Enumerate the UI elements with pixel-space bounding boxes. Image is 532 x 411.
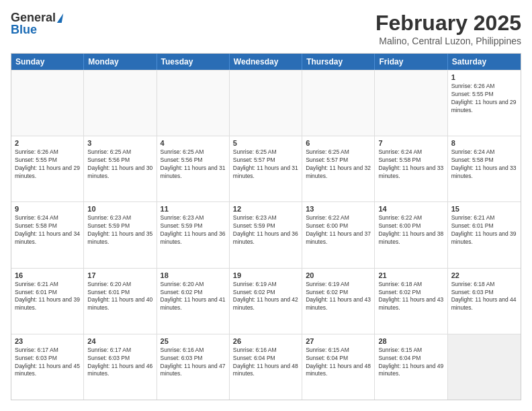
calendar-week-2: 2Sunrise: 6:26 AMSunset: 5:55 PMDaylight… [11, 136, 521, 201]
day-number: 3 [87, 139, 152, 147]
day-header-saturday: Saturday [448, 54, 521, 70]
day-number: 5 [233, 139, 298, 147]
day-info: Sunrise: 6:16 AMSunset: 6:03 PMDaylight:… [161, 347, 226, 379]
day-info: Sunrise: 6:23 AMSunset: 5:59 PMDaylight:… [233, 214, 298, 246]
calendar-cell-w2-d4: 5Sunrise: 6:25 AMSunset: 5:57 PMDaylight… [230, 136, 302, 201]
month-year: February 2025 [375, 11, 521, 36]
day-number: 1 [451, 73, 517, 81]
day-info: Sunrise: 6:19 AMSunset: 6:02 PMDaylight:… [233, 281, 298, 313]
day-number: 4 [161, 139, 226, 147]
day-header-friday: Friday [375, 54, 447, 70]
day-info: Sunrise: 6:17 AMSunset: 6:03 PMDaylight:… [15, 347, 80, 379]
day-info: Sunrise: 6:18 AMSunset: 6:03 PMDaylight:… [451, 281, 517, 313]
day-info: Sunrise: 6:26 AMSunset: 5:55 PMDaylight:… [15, 148, 80, 181]
day-number: 20 [306, 271, 371, 279]
location: Malino, Central Luzon, Philippines [375, 36, 521, 46]
day-header-thursday: Thursday [302, 54, 375, 70]
day-number: 24 [87, 337, 152, 345]
day-info: Sunrise: 6:18 AMSunset: 6:02 PMDaylight:… [378, 281, 443, 313]
calendar-week-1: 1Sunrise: 6:26 AMSunset: 5:55 PMDaylight… [11, 70, 521, 136]
calendar-body: 1Sunrise: 6:26 AMSunset: 5:55 PMDaylight… [11, 70, 521, 400]
day-number: 17 [87, 271, 152, 279]
header: General Blue February 2025 Malino, Centr… [11, 11, 521, 46]
day-number: 13 [306, 205, 371, 213]
day-number: 15 [451, 205, 517, 213]
calendar-week-3: 9Sunrise: 6:24 AMSunset: 5:58 PMDaylight… [11, 201, 521, 267]
day-info: Sunrise: 6:15 AMSunset: 6:04 PMDaylight:… [306, 347, 371, 379]
day-info: Sunrise: 6:15 AMSunset: 6:04 PMDaylight:… [378, 347, 443, 379]
calendar-cell-w4-d7: 22Sunrise: 6:18 AMSunset: 6:03 PMDayligh… [448, 269, 521, 334]
day-number: 7 [378, 139, 443, 147]
day-number: 9 [15, 205, 80, 213]
day-number: 10 [87, 205, 152, 213]
calendar-cell-w5-d7 [448, 334, 521, 400]
calendar-cell-w2-d2: 3Sunrise: 6:25 AMSunset: 5:56 PMDaylight… [84, 136, 157, 201]
day-header-wednesday: Wednesday [230, 54, 302, 70]
day-info: Sunrise: 6:25 AMSunset: 5:56 PMDaylight:… [87, 148, 152, 181]
day-number: 21 [378, 271, 443, 279]
calendar-cell-w3-d3: 11Sunrise: 6:23 AMSunset: 5:59 PMDayligh… [157, 202, 230, 267]
calendar-cell-w1-d2 [84, 71, 157, 136]
day-info: Sunrise: 6:21 AMSunset: 6:01 PMDaylight:… [15, 281, 80, 313]
day-info: Sunrise: 6:25 AMSunset: 5:57 PMDaylight:… [233, 148, 298, 181]
calendar-cell-w2-d5: 6Sunrise: 6:25 AMSunset: 5:57 PMDaylight… [302, 136, 375, 201]
calendar-cell-w2-d6: 7Sunrise: 6:24 AMSunset: 5:58 PMDaylight… [375, 136, 447, 201]
calendar-cell-w5-d3: 25Sunrise: 6:16 AMSunset: 6:03 PMDayligh… [157, 334, 230, 400]
day-info: Sunrise: 6:16 AMSunset: 6:04 PMDaylight:… [233, 347, 298, 379]
day-number: 6 [306, 139, 371, 147]
day-number: 2 [15, 139, 80, 147]
calendar-cell-w5-d2: 24Sunrise: 6:17 AMSunset: 6:03 PMDayligh… [84, 334, 157, 400]
calendar-cell-w4-d6: 21Sunrise: 6:18 AMSunset: 6:02 PMDayligh… [375, 269, 447, 334]
calendar-cell-w2-d7: 8Sunrise: 6:24 AMSunset: 5:58 PMDaylight… [448, 136, 521, 201]
day-number: 28 [378, 337, 443, 345]
day-number: 27 [306, 337, 371, 345]
day-info: Sunrise: 6:23 AMSunset: 5:59 PMDaylight:… [161, 214, 226, 246]
calendar-cell-w3-d4: 12Sunrise: 6:23 AMSunset: 5:59 PMDayligh… [230, 202, 302, 267]
calendar-cell-w4-d5: 20Sunrise: 6:19 AMSunset: 6:02 PMDayligh… [302, 269, 375, 334]
calendar-cell-w1-d4 [230, 71, 302, 136]
day-info: Sunrise: 6:20 AMSunset: 6:02 PMDaylight:… [161, 281, 226, 313]
calendar-cell-w1-d7: 1Sunrise: 6:26 AMSunset: 5:55 PMDaylight… [448, 71, 521, 136]
calendar-cell-w3-d1: 9Sunrise: 6:24 AMSunset: 5:58 PMDaylight… [11, 202, 84, 267]
day-info: Sunrise: 6:22 AMSunset: 6:00 PMDaylight:… [378, 214, 443, 246]
calendar-week-5: 23Sunrise: 6:17 AMSunset: 6:03 PMDayligh… [11, 334, 521, 400]
logo-blue: Blue [11, 23, 37, 37]
calendar-cell-w5-d5: 27Sunrise: 6:15 AMSunset: 6:04 PMDayligh… [302, 334, 375, 400]
day-number: 25 [161, 337, 226, 345]
day-info: Sunrise: 6:24 AMSunset: 5:58 PMDaylight:… [378, 148, 443, 181]
day-number: 18 [161, 271, 226, 279]
calendar-cell-w1-d5 [302, 71, 375, 136]
title-block: February 2025 Malino, Central Luzon, Phi… [375, 11, 521, 46]
day-info: Sunrise: 6:24 AMSunset: 5:58 PMDaylight:… [15, 214, 80, 246]
calendar-header: SundayMondayTuesdayWednesdayThursdayFrid… [11, 54, 521, 70]
calendar-cell-w4-d2: 17Sunrise: 6:20 AMSunset: 6:01 PMDayligh… [84, 269, 157, 334]
day-info: Sunrise: 6:23 AMSunset: 5:59 PMDaylight:… [87, 214, 152, 246]
day-header-tuesday: Tuesday [157, 54, 230, 70]
day-header-sunday: Sunday [11, 54, 84, 70]
page: General Blue February 2025 Malino, Centr… [0, 0, 532, 411]
calendar-cell-w3-d5: 13Sunrise: 6:22 AMSunset: 6:00 PMDayligh… [302, 202, 375, 267]
day-info: Sunrise: 6:20 AMSunset: 6:01 PMDaylight:… [87, 281, 152, 313]
logo-triangle-icon [57, 13, 63, 23]
day-number: 8 [451, 139, 517, 147]
day-number: 11 [161, 205, 226, 213]
calendar-cell-w4-d4: 19Sunrise: 6:19 AMSunset: 6:02 PMDayligh… [230, 269, 302, 334]
calendar: SundayMondayTuesdayWednesdayThursdayFrid… [11, 53, 521, 400]
calendar-cell-w1-d6 [375, 71, 447, 136]
calendar-cell-w1-d3 [157, 71, 230, 136]
calendar-cell-w5-d4: 26Sunrise: 6:16 AMSunset: 6:04 PMDayligh… [230, 334, 302, 400]
calendar-cell-w3-d7: 15Sunrise: 6:21 AMSunset: 6:01 PMDayligh… [448, 202, 521, 267]
calendar-cell-w5-d1: 23Sunrise: 6:17 AMSunset: 6:03 PMDayligh… [11, 334, 84, 400]
calendar-cell-w1-d1 [11, 71, 84, 136]
day-info: Sunrise: 6:22 AMSunset: 6:00 PMDaylight:… [306, 214, 371, 246]
day-info: Sunrise: 6:26 AMSunset: 5:55 PMDaylight:… [451, 83, 517, 115]
day-header-monday: Monday [84, 54, 157, 70]
day-number: 16 [15, 271, 80, 279]
day-info: Sunrise: 6:25 AMSunset: 5:57 PMDaylight:… [306, 148, 371, 181]
day-info: Sunrise: 6:25 AMSunset: 5:56 PMDaylight:… [161, 148, 226, 181]
day-number: 12 [233, 205, 298, 213]
logo: General Blue [11, 11, 62, 37]
calendar-cell-w4-d1: 16Sunrise: 6:21 AMSunset: 6:01 PMDayligh… [11, 269, 84, 334]
day-info: Sunrise: 6:17 AMSunset: 6:03 PMDaylight:… [87, 347, 152, 379]
calendar-cell-w2-d1: 2Sunrise: 6:26 AMSunset: 5:55 PMDaylight… [11, 136, 84, 201]
